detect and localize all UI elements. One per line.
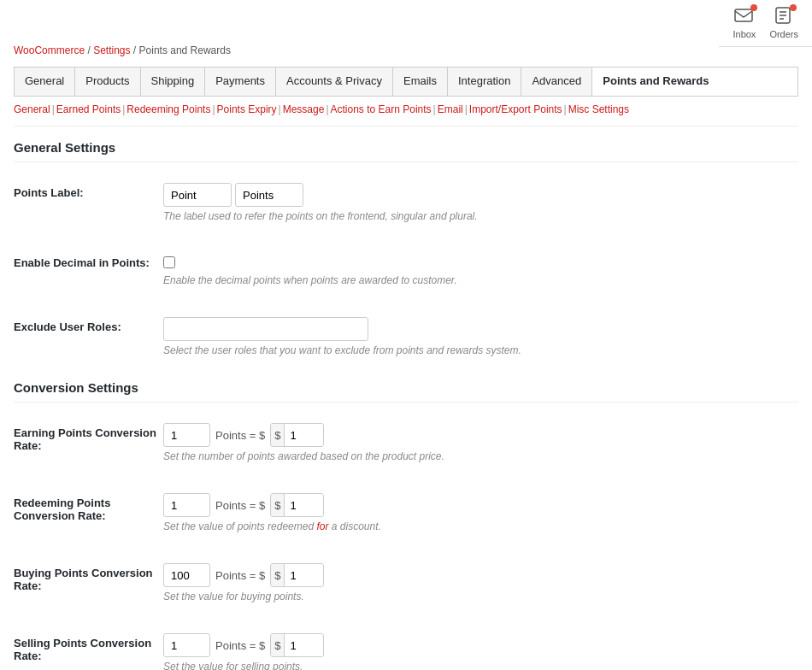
selling-conversion-label: Selling Points Conversion Rate:	[14, 633, 163, 662]
sub-nav: General | Earned Points | Redeeming Poin…	[14, 97, 798, 126]
points-label-row: Points Label: The label used to refer th…	[14, 176, 798, 229]
tab-accounts-privacy[interactable]: Accounts & Privacy	[276, 68, 393, 96]
exclude-roles-field-wrap: Select the user roles that you want to e…	[163, 317, 798, 356]
selling-dollar-wrap: $	[270, 633, 324, 657]
redeeming-conversion-label: Redeeming Points Conversion Rate:	[14, 493, 163, 522]
selling-dollar-input[interactable]	[285, 634, 323, 656]
selling-conversion-field: Points = $ $ Set the value for selling p…	[163, 633, 798, 670]
orders-label: Orders	[769, 29, 798, 39]
selling-dollar-sign: $	[271, 634, 285, 656]
exclude-roles-row: Exclude User Roles: Select the user role…	[14, 310, 798, 363]
buying-conversion-field: Points = $ $ Set the value for buying po…	[163, 563, 798, 602]
redeeming-for-link[interactable]: for	[316, 520, 328, 532]
buying-equals-text: Points = $	[215, 569, 265, 582]
points-label-label: Points Label:	[14, 183, 163, 199]
enable-decimal-row: Enable Decimal in Points: Enable the dec…	[14, 246, 798, 293]
buying-points-input[interactable]	[163, 563, 210, 587]
sub-nav-general[interactable]: General	[14, 103, 50, 115]
buying-conversion-inputs: Points = $ $	[163, 563, 798, 587]
tab-payments[interactable]: Payments	[205, 68, 276, 96]
points-label-field: The label used to refer the points on th…	[163, 183, 798, 222]
general-settings-title: General Settings	[14, 140, 798, 162]
sub-nav-redeeming[interactable]: Redeeming Points	[127, 103, 210, 115]
earning-conversion-description: Set the number of points awarded based o…	[163, 450, 798, 462]
redeeming-dollar-input[interactable]	[285, 494, 323, 516]
tab-shipping[interactable]: Shipping	[141, 68, 206, 96]
points-label-inputs	[163, 183, 798, 207]
sub-nav-actions[interactable]: Actions to Earn Points	[331, 103, 432, 115]
breadcrumb: WooCommerce / Settings / Points and Rewa…	[14, 44, 798, 56]
buying-conversion-row: Buying Points Conversion Rate: Points = …	[14, 556, 798, 609]
redeeming-dollar-wrap: $	[270, 493, 324, 517]
earning-dollar-sign: $	[271, 424, 285, 446]
redeeming-equals-text: Points = $	[215, 499, 265, 512]
earning-dollar-input[interactable]	[285, 424, 323, 446]
earning-conversion-field: Points = $ $ Set the number of points aw…	[163, 423, 798, 462]
inbox-button[interactable]: Inbox	[733, 7, 756, 39]
points-singular-input[interactable]	[163, 183, 232, 207]
tab-integration[interactable]: Integration	[448, 68, 521, 96]
sub-nav-expiry[interactable]: Points Expiry	[217, 103, 277, 115]
conversion-settings-title: Conversion Settings	[14, 380, 798, 403]
sub-nav-email[interactable]: Email	[438, 103, 463, 115]
svg-rect-0	[735, 9, 752, 21]
earning-conversion-row: Earning Points Conversion Rate: Points =…	[14, 416, 798, 469]
top-bar: Inbox Orders	[719, 0, 812, 47]
exclude-roles-description: Select the user roles that you want to e…	[163, 344, 798, 356]
redeeming-conversion-description: Set the value of points redeemed for a d…	[163, 520, 798, 532]
exclude-roles-label: Exclude User Roles:	[14, 317, 163, 333]
buying-dollar-sign: $	[271, 564, 285, 586]
tab-advanced[interactable]: Advanced	[521, 68, 592, 96]
inbox-label: Inbox	[733, 29, 756, 39]
sub-nav-earned[interactable]: Earned Points	[56, 103, 121, 115]
inbox-icon	[734, 7, 755, 27]
sub-nav-message[interactable]: Message	[283, 103, 325, 115]
selling-points-input[interactable]	[163, 633, 210, 657]
enable-decimal-label: Enable Decimal in Points:	[14, 253, 163, 269]
redeeming-conversion-inputs: Points = $ $	[163, 493, 798, 517]
tab-general[interactable]: General	[15, 68, 75, 96]
points-plural-input[interactable]	[235, 183, 303, 207]
earning-conversion-label: Earning Points Conversion Rate:	[14, 423, 163, 452]
earning-points-input[interactable]	[163, 423, 210, 447]
selling-conversion-description: Set the value for selling points.	[163, 661, 798, 670]
breadcrumb-settings[interactable]: Settings	[93, 44, 130, 56]
earning-dollar-wrap: $	[270, 423, 324, 447]
buying-conversion-label: Buying Points Conversion Rate:	[14, 563, 163, 592]
exclude-roles-select[interactable]	[163, 317, 368, 341]
enable-decimal-field: Enable the decimal points when points ar…	[163, 253, 798, 286]
orders-badge	[790, 4, 797, 11]
tab-emails[interactable]: Emails	[393, 68, 448, 96]
enable-decimal-description: Enable the decimal points when points ar…	[163, 274, 798, 286]
enable-decimal-checkbox[interactable]	[163, 256, 175, 268]
selling-conversion-row: Selling Points Conversion Rate: Points =…	[14, 626, 798, 670]
orders-icon	[774, 7, 794, 27]
redeeming-conversion-row: Redeeming Points Conversion Rate: Points…	[14, 486, 798, 539]
points-label-description: The label used to refer the points on th…	[163, 210, 798, 222]
breadcrumb-current: Points and Rewards	[139, 44, 231, 56]
selling-equals-text: Points = $	[215, 639, 265, 652]
buying-dollar-wrap: $	[270, 563, 324, 587]
tab-points-rewards[interactable]: Points and Rewards	[592, 68, 719, 96]
orders-button[interactable]: Orders	[769, 7, 798, 39]
sub-nav-misc[interactable]: Misc Settings	[568, 103, 629, 115]
redeeming-conversion-field: Points = $ $ Set the value of points red…	[163, 493, 798, 532]
selling-conversion-inputs: Points = $ $	[163, 633, 798, 657]
main-content: WooCommerce / Settings / Points and Rewa…	[0, 0, 812, 670]
buying-dollar-input[interactable]	[285, 564, 323, 586]
redeeming-dollar-sign: $	[271, 494, 285, 516]
redeeming-points-input[interactable]	[163, 493, 210, 517]
earning-conversion-inputs: Points = $ $	[163, 423, 798, 447]
buying-conversion-description: Set the value for buying points.	[163, 591, 798, 602]
main-nav-tabs: General Products Shipping Payments Accou…	[14, 67, 798, 97]
tab-products[interactable]: Products	[75, 68, 140, 96]
earning-equals-text: Points = $	[215, 429, 265, 442]
breadcrumb-woocommerce[interactable]: WooCommerce	[14, 44, 85, 56]
sub-nav-import-export[interactable]: Import/Export Points	[469, 103, 562, 115]
inbox-badge	[750, 4, 757, 11]
